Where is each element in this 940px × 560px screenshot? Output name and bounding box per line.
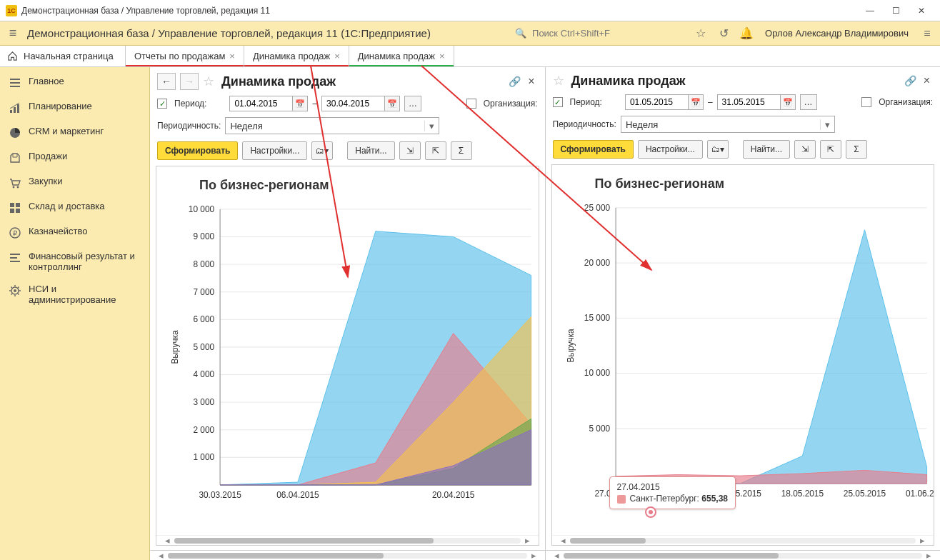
tab-dynamics-1[interactable]: Динамика продаж × — [244, 46, 349, 66]
workspace: ← → ☆ Динамика продаж 🔗 × Период: 📅 – 📅 … — [150, 67, 940, 560]
date-from-field[interactable]: 📅 — [229, 96, 308, 111]
period-picker-button[interactable]: … — [404, 96, 421, 111]
date-to-field[interactable]: 📅 — [717, 94, 796, 110]
tab-close-button[interactable]: × — [439, 51, 445, 61]
generate-button[interactable]: Сформировать — [157, 141, 238, 160]
panel-title: Динамика продаж — [569, 74, 900, 89]
expand-button[interactable]: ⇲ — [399, 141, 421, 160]
collapse-button[interactable]: ⇱ — [820, 140, 841, 159]
main-menu-button[interactable]: ≡ — [4, 26, 21, 41]
nav-planning[interactable]: Планирование — [0, 95, 149, 120]
nav-label: Финансовый результат и контроллинг — [29, 251, 141, 272]
nav-warehouse[interactable]: Склад и доставка — [0, 195, 149, 220]
sum-button[interactable]: Σ — [846, 140, 867, 159]
find-button[interactable]: Найти... — [743, 140, 790, 159]
collapse-button[interactable]: ⇱ — [425, 141, 446, 160]
chevron-down-icon[interactable]: ▾ — [820, 119, 834, 130]
date-from-field[interactable]: 📅 — [625, 94, 704, 110]
tab-close-button[interactable]: × — [334, 51, 340, 61]
settings-button[interactable]: Настройки... — [638, 140, 703, 159]
svg-text:20.04.2015: 20.04.2015 — [432, 490, 475, 500]
panel-h-scrollbar[interactable]: ◂▸ — [150, 550, 545, 560]
attach-icon[interactable]: 🔗 — [904, 75, 916, 86]
current-user[interactable]: Орлов Александр Владимирович — [761, 28, 913, 39]
svg-point-7 — [13, 186, 15, 189]
variants-button[interactable]: 🗂▾ — [311, 141, 333, 160]
expand-button[interactable]: ⇲ — [794, 140, 816, 159]
svg-rect-15 — [10, 254, 20, 255]
calendar-icon[interactable]: 📅 — [780, 94, 796, 110]
date-to-input[interactable] — [321, 96, 384, 111]
periodicity-select[interactable]: Неделя ▾ — [621, 116, 835, 133]
nav-nsi-admin[interactable]: НСИ и администрирование — [0, 278, 149, 311]
date-to-input[interactable] — [717, 94, 780, 110]
nav-crm[interactable]: CRM и маркетинг — [0, 120, 149, 145]
variants-button[interactable]: 🗂▾ — [707, 140, 729, 159]
panel-close-button[interactable]: × — [921, 74, 933, 87]
nav-label: Планирование — [29, 101, 92, 111]
svg-rect-17 — [10, 261, 20, 262]
generate-button[interactable]: Сформировать — [553, 140, 634, 159]
tab-dynamics-2[interactable]: Динамика продаж × — [349, 46, 454, 66]
window-title: Демонстрационная база / Управление торго… — [21, 6, 857, 16]
tab-reports[interactable]: Отчеты по продажам × — [126, 46, 244, 66]
svg-text:Выручка: Выручка — [170, 330, 180, 364]
period-label: Период: — [174, 99, 206, 109]
org-checkbox[interactable] — [861, 97, 871, 107]
search-input[interactable] — [531, 27, 666, 39]
org-label: Организация: — [879, 97, 933, 107]
tab-label: Отчеты по продажам — [134, 51, 225, 61]
report-area: По бизнес-регионам 1 0002 0003 0004 0005… — [156, 166, 539, 546]
period-checkbox[interactable] — [553, 97, 563, 107]
svg-rect-16 — [10, 257, 17, 259]
global-search[interactable]: 🔍 — [515, 27, 686, 39]
nav-forward-button[interactable]: → — [180, 73, 199, 90]
svg-rect-4 — [14, 107, 16, 113]
favorite-star-icon[interactable]: ☆ — [203, 74, 214, 89]
favorites-button[interactable]: ☆ — [692, 25, 709, 42]
date-from-input[interactable] — [229, 96, 292, 111]
chart-tooltip: 27.04.2015 Санкт-Петербург: 655,38 — [609, 476, 736, 509]
nav-fin-result[interactable]: Финансовый результат и контроллинг — [0, 245, 149, 278]
h-scrollbar[interactable]: ◂▸ — [552, 535, 934, 545]
user-menu-chevron[interactable]: ≡ — [919, 25, 936, 42]
periodicity-select[interactable]: Неделя ▾ — [225, 117, 439, 134]
date-from-input[interactable] — [625, 94, 688, 110]
panel-h-scrollbar[interactable]: ◂▸ — [546, 550, 941, 560]
dash: – — [312, 99, 317, 109]
period-picker-button[interactable]: … — [800, 94, 817, 110]
home-tab[interactable]: Начальная страница — [0, 46, 126, 66]
svg-text:01.06.2015: 01.06.2015 — [905, 489, 934, 499]
home-tab-label: Начальная страница — [24, 51, 114, 61]
report-area: По бизнес-регионам 5 00010 00015 00020 0… — [551, 164, 935, 546]
calendar-icon[interactable]: 📅 — [292, 96, 308, 111]
calendar-icon[interactable]: 📅 — [688, 94, 704, 110]
favorite-star-icon[interactable]: ☆ — [553, 73, 564, 89]
date-to-field[interactable]: 📅 — [321, 96, 400, 111]
nav-purchases[interactable]: Закупки — [0, 170, 149, 195]
nav-main[interactable]: Главное — [0, 70, 149, 95]
nav-sales[interactable]: Продажи — [0, 145, 149, 170]
report-panel-right: ☆ Динамика продаж 🔗 × Период: 📅 – 📅 … Ор… — [546, 67, 941, 560]
tooltip-swatch-icon — [617, 495, 626, 504]
chart-title: По бизнес-регионам — [552, 165, 934, 194]
tab-close-button[interactable]: × — [229, 51, 235, 61]
attach-icon[interactable]: 🔗 — [509, 76, 521, 87]
org-checkbox[interactable] — [466, 99, 476, 109]
calendar-icon[interactable]: 📅 — [384, 96, 400, 111]
sum-button[interactable]: Σ — [451, 141, 472, 160]
h-scrollbar[interactable]: ◂▸ — [156, 535, 539, 545]
period-checkbox[interactable] — [157, 99, 167, 109]
history-button[interactable]: ↺ — [715, 25, 732, 42]
panel-close-button[interactable]: × — [525, 75, 537, 88]
find-button[interactable]: Найти... — [347, 141, 394, 160]
notifications-button[interactable]: 🔔 — [738, 25, 755, 42]
settings-button[interactable]: Настройки... — [242, 141, 307, 160]
window-maximize-button[interactable]: ☐ — [883, 2, 909, 19]
window-minimize-button[interactable]: — — [857, 2, 883, 19]
chevron-down-icon[interactable]: ▾ — [424, 121, 439, 131]
svg-text:25 000: 25 000 — [584, 203, 610, 213]
window-close-button[interactable]: ✕ — [909, 2, 934, 19]
nav-back-button[interactable]: ← — [157, 73, 176, 90]
nav-treasury[interactable]: ₽Казначейство — [0, 220, 149, 245]
